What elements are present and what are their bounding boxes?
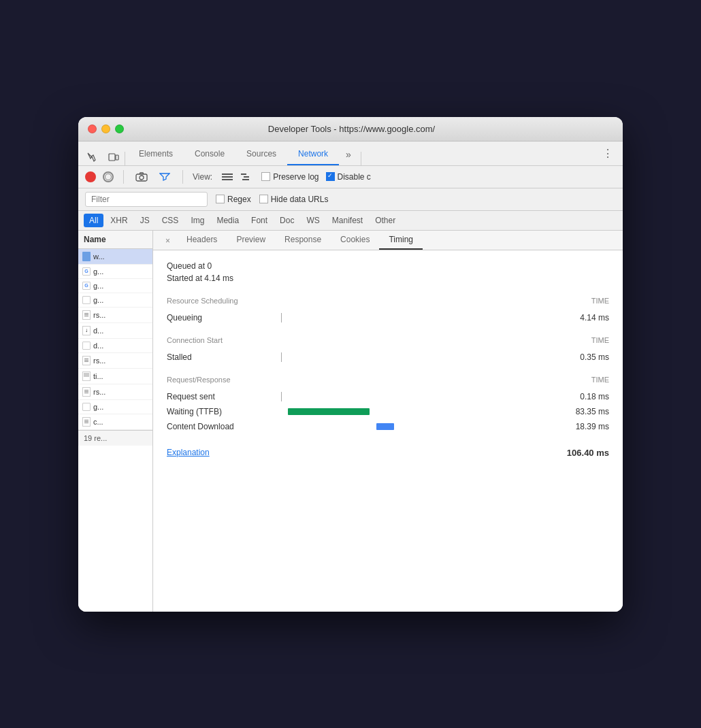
- tab-preview[interactable]: Preview: [227, 231, 275, 250]
- tab-cookies[interactable]: Cookies: [331, 231, 379, 250]
- disable-cache-option: Disable c: [326, 172, 371, 182]
- type-btn-css[interactable]: CSS: [157, 214, 184, 227]
- tab-headers[interactable]: Headers: [177, 231, 227, 250]
- doc-icon: [82, 252, 91, 261]
- tab-console[interactable]: Console: [184, 144, 235, 165]
- tab-response[interactable]: Response: [275, 231, 331, 250]
- text-icon: [82, 356, 91, 365]
- list-item-name: g...: [93, 296, 103, 304]
- queueing-bar-area: [281, 314, 556, 322]
- type-filter-bar: All XHR JS CSS Img Media Font Doc WS Man…: [78, 211, 623, 231]
- preserve-log-checkbox[interactable]: [261, 172, 270, 181]
- list-item[interactable]: d...: [78, 339, 152, 353]
- type-btn-ws[interactable]: WS: [301, 214, 325, 227]
- tab-timing[interactable]: Timing: [379, 231, 423, 250]
- type-btn-xhr[interactable]: XHR: [105, 214, 133, 227]
- request-sent-label: Request sent: [167, 392, 276, 401]
- content-download-value: 18.39 ms: [561, 422, 609, 431]
- resource-scheduling-label: Resource Scheduling: [167, 297, 238, 305]
- list-item[interactable]: rs...: [78, 308, 152, 323]
- devtools-body: Elements Console Sources Network » ⋮: [78, 142, 623, 612]
- request-response-section: Request/Response TIME Request sent 0.18 …: [167, 376, 609, 431]
- devtools-menu-icon[interactable]: ⋮: [598, 142, 617, 165]
- type-btn-img[interactable]: Img: [185, 214, 210, 227]
- list-header: Name: [78, 231, 152, 249]
- inspect-icon[interactable]: [84, 149, 100, 165]
- list-item-name: w...: [93, 252, 105, 261]
- stalled-label: Stalled: [167, 352, 276, 362]
- hide-data-urls-label: Hide data URLs: [271, 195, 329, 204]
- list-item-name: g...: [93, 267, 103, 276]
- type-btn-doc[interactable]: Doc: [274, 214, 299, 227]
- google-img-icon: G: [82, 282, 91, 290]
- list-item[interactable]: G g...: [78, 265, 152, 279]
- regex-option: Regex: [216, 195, 251, 204]
- tab-network[interactable]: Network: [287, 144, 339, 165]
- google-img-icon: G: [82, 267, 91, 276]
- request-response-label: Request/Response: [167, 376, 231, 384]
- network-list: Name w... G g... G g... g...: [78, 231, 153, 612]
- list-view-icon[interactable]: [219, 169, 235, 185]
- list-item[interactable]: g...: [78, 400, 152, 414]
- svg-rect-7: [241, 173, 246, 175]
- list-item[interactable]: w...: [78, 249, 152, 265]
- blank-icon: [82, 296, 91, 304]
- list-item-name: ti...: [93, 372, 103, 380]
- content-download-row: Content Download 18.39 ms: [167, 422, 609, 431]
- filter-row: Regex Hide data URLs: [78, 188, 623, 211]
- filter-icon[interactable]: [157, 169, 173, 185]
- resource-scheduling-header: Resource Scheduling TIME: [167, 297, 609, 308]
- svg-rect-4: [222, 173, 233, 175]
- disable-cache-checkbox[interactable]: [326, 172, 335, 181]
- list-item-name: rs...: [93, 388, 105, 396]
- queueing-value: 4.14 ms: [561, 313, 609, 322]
- more-tabs-icon[interactable]: »: [339, 144, 358, 165]
- started-at: Started at 4.14 ms: [167, 274, 609, 283]
- record-button[interactable]: [85, 171, 96, 182]
- hide-data-urls-checkbox[interactable]: [259, 195, 268, 203]
- filter-input[interactable]: [85, 192, 208, 207]
- blank-icon: [82, 403, 91, 411]
- device-toggle-icon[interactable]: [105, 149, 122, 165]
- list-item[interactable]: G g...: [78, 279, 152, 293]
- camera-icon[interactable]: [133, 169, 150, 185]
- total-value: 106.40 ms: [561, 448, 609, 458]
- close-detail-tab[interactable]: ×: [159, 232, 177, 250]
- explanation-link[interactable]: Explanation: [167, 448, 210, 457]
- queueing-label: Queueing: [167, 313, 276, 322]
- main-content: Name w... G g... G g... g...: [78, 231, 623, 612]
- type-btn-other[interactable]: Other: [370, 214, 401, 227]
- tab-sources[interactable]: Sources: [235, 144, 287, 165]
- svg-rect-1: [116, 155, 118, 160]
- list-item[interactable]: ↓ d...: [78, 323, 152, 339]
- request-sent-bar-area: [281, 393, 556, 401]
- connection-start-section: Connection Start TIME Stalled 0.35 ms: [167, 336, 609, 362]
- blank-icon: [82, 342, 91, 350]
- tab-elements[interactable]: Elements: [128, 144, 184, 165]
- text-icon: [82, 417, 91, 427]
- list-item[interactable]: c...: [78, 414, 152, 430]
- list-item-name: rs...: [93, 311, 105, 319]
- content-download-bar-area: [281, 423, 556, 431]
- waterfall-view-icon[interactable]: [238, 169, 255, 185]
- table-icon: [82, 371, 91, 381]
- type-btn-manifest[interactable]: Manifest: [327, 214, 368, 227]
- hide-data-urls-option: Hide data URLs: [259, 195, 329, 204]
- preserve-log-option: Preserve log: [261, 172, 319, 182]
- type-btn-all[interactable]: All: [84, 214, 103, 227]
- divider3: [123, 170, 124, 184]
- waiting-label: Waiting (TTFB): [167, 407, 276, 416]
- type-btn-js[interactable]: JS: [135, 214, 155, 227]
- svg-rect-6: [222, 179, 233, 180]
- type-btn-font[interactable]: Font: [246, 214, 273, 227]
- list-item[interactable]: rs...: [78, 353, 152, 369]
- stop-button[interactable]: [103, 171, 114, 182]
- list-item[interactable]: rs...: [78, 384, 152, 400]
- waiting-value: 83.35 ms: [561, 407, 609, 416]
- devtools-window: Developer Tools - https://www.google.com…: [78, 117, 623, 612]
- svg-rect-8: [244, 176, 249, 178]
- type-btn-media[interactable]: Media: [211, 214, 244, 227]
- list-item[interactable]: ti...: [78, 369, 152, 384]
- regex-checkbox[interactable]: [216, 195, 225, 203]
- list-item[interactable]: g...: [78, 293, 152, 308]
